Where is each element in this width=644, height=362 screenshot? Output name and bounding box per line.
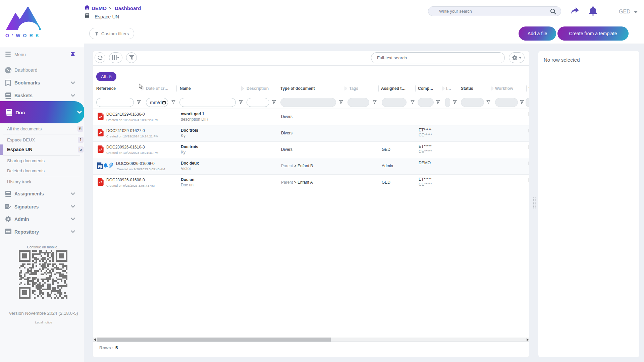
svg-text:O’WORK: O’WORK bbox=[5, 33, 42, 38]
